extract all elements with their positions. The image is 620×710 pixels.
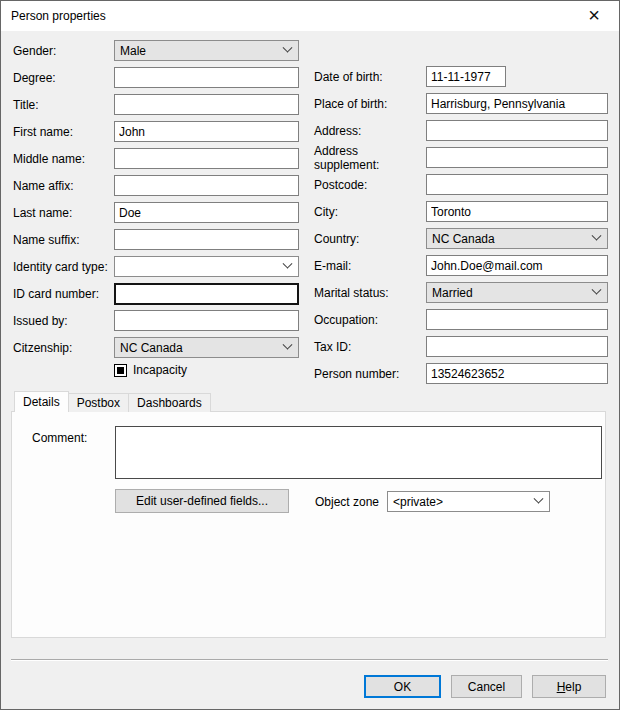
form-row-gender: Gender:Male <box>13 37 299 64</box>
dropdown-value-gender: Male <box>120 44 146 58</box>
field-occupation[interactable] <box>426 309 608 330</box>
label-email: E-mail: <box>314 259 426 273</box>
dropdown-citzenship[interactable]: NC Canada <box>114 337 299 358</box>
label-place-of-birth: Place of birth: <box>314 97 426 111</box>
incapacity-label: Incapacity <box>133 363 187 377</box>
footer-separator <box>11 659 608 660</box>
field-place-of-birth[interactable] <box>426 93 608 114</box>
form-row-last-name: Last name: <box>13 199 299 226</box>
chevron-down-icon <box>283 43 293 53</box>
label-date-of-birth: Date of birth: <box>314 70 426 84</box>
field-name-suffix[interactable] <box>114 229 299 250</box>
object-zone-dropdown[interactable]: <private> <box>387 491 550 512</box>
field-first-name[interactable] <box>114 121 299 142</box>
label-degree: Degree: <box>13 71 114 85</box>
tab-dashboards[interactable]: Dashboards <box>128 393 211 412</box>
field-name-affix[interactable] <box>114 175 299 196</box>
form-row-degree: Degree: <box>13 64 299 91</box>
comment-textarea[interactable] <box>115 426 602 479</box>
chevron-down-icon <box>592 231 602 241</box>
close-icon[interactable]: × <box>577 1 611 29</box>
label-last-name: Last name: <box>13 206 114 220</box>
window-title: Person properties <box>11 9 106 23</box>
form-row-marital-status: Marital status:Married <box>314 279 608 306</box>
dropdown-value-marital-status: Married <box>432 286 473 300</box>
object-zone-label: Object zone <box>315 495 379 509</box>
field-date-of-birth[interactable] <box>426 66 506 87</box>
tab-details[interactable]: Details <box>14 391 69 412</box>
incapacity-checkbox[interactable] <box>114 364 127 377</box>
field-last-name[interactable] <box>114 202 299 223</box>
form-row-name-suffix: Name suffix: <box>13 226 299 253</box>
label-title: Title: <box>13 98 114 112</box>
form-row-title: Title: <box>13 91 299 118</box>
tab-strip: DetailsPostboxDashboards <box>14 391 211 412</box>
help-button[interactable]: Help <box>532 675 606 698</box>
form-row-address: Address: <box>314 117 608 144</box>
label-marital-status: Marital status: <box>314 286 426 300</box>
form-row-country: Country:NC Canada <box>314 225 608 252</box>
label-middle-name: Middle name: <box>13 152 114 166</box>
field-title[interactable] <box>114 94 299 115</box>
form-row-occupation: Occupation: <box>314 306 608 333</box>
chevron-down-icon <box>534 494 544 504</box>
dropdown-value-citzenship: NC Canada <box>120 341 183 355</box>
title-bar: Person properties × <box>1 1 619 31</box>
label-postcode: Postcode: <box>314 178 426 192</box>
field-city[interactable] <box>426 201 608 222</box>
form-row-place-of-birth: Place of birth: <box>314 90 608 117</box>
chevron-down-icon <box>283 259 293 269</box>
form-row-id-card-number: ID card number: <box>13 280 299 307</box>
dropdown-country[interactable]: NC Canada <box>426 228 608 249</box>
form-row-issued-by: Issued by: <box>13 307 299 334</box>
label-address-supplement: Address supplement: <box>314 144 426 172</box>
form-column-right: Date of birth:Place of birth:Address:Add… <box>314 63 608 387</box>
tab-postbox[interactable]: Postbox <box>68 393 129 412</box>
label-city: City: <box>314 205 426 219</box>
label-address: Address: <box>314 124 426 138</box>
form-column-left: Gender:MaleDegree:Title:First name:Middl… <box>13 37 299 361</box>
details-tab-panel: Comment: Edit user-defined fields... Obj… <box>11 411 606 638</box>
form-row-city: City: <box>314 198 608 225</box>
label-issued-by: Issued by: <box>13 314 114 328</box>
field-address[interactable] <box>426 120 608 141</box>
field-tax-id[interactable] <box>426 336 608 357</box>
dropdown-identity-card-type[interactable] <box>114 256 299 277</box>
form-row-email: E-mail: <box>314 252 608 279</box>
comment-label: Comment: <box>32 431 87 445</box>
label-gender: Gender: <box>13 44 114 58</box>
field-degree[interactable] <box>114 67 299 88</box>
cancel-button[interactable]: Cancel <box>451 675 522 698</box>
field-issued-by[interactable] <box>114 310 299 331</box>
field-middle-name[interactable] <box>114 148 299 169</box>
dropdown-marital-status[interactable]: Married <box>426 282 608 303</box>
form-row-citzenship: Citzenship:NC Canada <box>13 334 299 361</box>
label-name-suffix: Name suffix: <box>13 233 114 247</box>
field-person-number[interactable] <box>426 363 608 384</box>
field-email[interactable] <box>426 255 608 276</box>
incapacity-checkbox-row: Incapacity <box>114 362 187 378</box>
dropdown-value-country: NC Canada <box>432 232 495 246</box>
label-id-card-number: ID card number: <box>13 287 114 301</box>
form-row-first-name: First name: <box>13 118 299 145</box>
chevron-down-icon <box>592 285 602 295</box>
chevron-down-icon <box>283 340 293 350</box>
label-name-affix: Name affix: <box>13 179 114 193</box>
label-first-name: First name: <box>13 125 114 139</box>
label-tax-id: Tax ID: <box>314 340 426 354</box>
form-row-identity-card-type: Identity card type: <box>13 253 299 280</box>
edit-user-defined-fields-button[interactable]: Edit user-defined fields... <box>115 489 289 513</box>
field-postcode[interactable] <box>426 174 608 195</box>
label-country: Country: <box>314 232 426 246</box>
field-address-supplement[interactable] <box>426 147 608 168</box>
form-row-name-affix: Name affix: <box>13 172 299 199</box>
field-id-card-number[interactable] <box>114 283 299 305</box>
dropdown-gender[interactable]: Male <box>114 40 299 61</box>
form-row-postcode: Postcode: <box>314 171 608 198</box>
person-properties-dialog: Person properties × Gender:MaleDegree:Ti… <box>0 0 620 710</box>
ok-button[interactable]: OK <box>364 675 441 698</box>
form-row-address-supplement: Address supplement: <box>314 144 608 171</box>
object-zone-value: <private> <box>393 495 443 509</box>
label-occupation: Occupation: <box>314 313 426 327</box>
form-row-middle-name: Middle name: <box>13 145 299 172</box>
